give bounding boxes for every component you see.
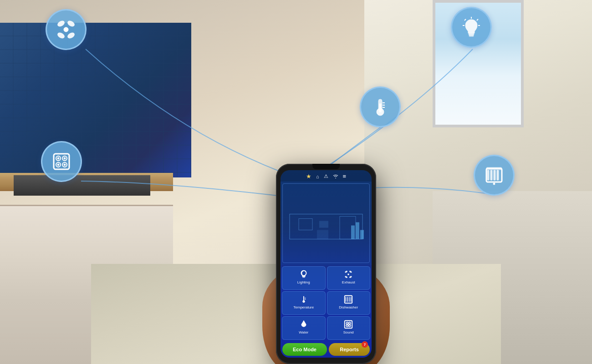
- home-icon: ⌂: [316, 174, 319, 179]
- svg-point-61: [347, 325, 347, 326]
- svg-rect-36: [319, 221, 328, 228]
- svg-point-43: [347, 273, 349, 275]
- svg-rect-5: [469, 33, 474, 35]
- svg-rect-19: [487, 170, 489, 180]
- svg-rect-54: [351, 297, 352, 302]
- svg-rect-6: [469, 35, 474, 36]
- phone-notch: [312, 164, 340, 169]
- svg-rect-52: [347, 297, 348, 302]
- float-light-icon: [451, 7, 492, 48]
- svg-rect-25: [54, 154, 69, 169]
- svg-rect-41: [360, 230, 364, 239]
- svg-rect-38: [317, 230, 328, 239]
- exhaust-button[interactable]: Exhaust: [327, 266, 371, 290]
- svg-rect-22: [497, 170, 499, 180]
- phone-topbar: ★ ⌂ ⚠ ≡: [281, 170, 372, 182]
- stove-top: [14, 175, 150, 196]
- svg-point-57: [347, 323, 347, 324]
- sound-label: Sound: [343, 330, 354, 334]
- wifi-icon: [333, 174, 338, 179]
- svg-point-1: [57, 20, 66, 28]
- float-stove-icon: [41, 141, 82, 182]
- svg-rect-53: [349, 297, 350, 302]
- svg-point-31: [57, 164, 59, 166]
- svg-rect-20: [490, 170, 492, 180]
- svg-point-2: [67, 20, 76, 28]
- lighting-button[interactable]: Lighting: [282, 266, 326, 290]
- reports-badge: 7: [362, 341, 368, 348]
- svg-rect-40: [356, 222, 359, 239]
- svg-rect-23: [486, 167, 502, 170]
- backsplash-tiles: [0, 23, 191, 177]
- svg-rect-35: [299, 219, 312, 230]
- lighting-label: Lighting: [297, 280, 310, 284]
- phone-screen: ★ ⌂ ⚠ ≡: [281, 170, 372, 358]
- phone: ★ ⌂ ⚠ ≡: [276, 164, 376, 364]
- sound-button[interactable]: Sound: [327, 316, 371, 340]
- svg-point-63: [349, 325, 350, 326]
- svg-point-3: [67, 32, 76, 40]
- dishwasher-label: Dishwasher: [339, 305, 358, 309]
- home-visual: [281, 182, 372, 265]
- exhaust-label: Exhaust: [342, 280, 355, 284]
- bottom-actions: Eco Mode Reports 7: [281, 341, 372, 358]
- svg-rect-14: [379, 104, 381, 112]
- svg-line-8: [477, 19, 478, 20]
- temperature-label: Temperature: [293, 305, 314, 309]
- svg-point-33: [64, 164, 66, 166]
- svg-point-45: [349, 270, 352, 273]
- svg-point-59: [349, 323, 350, 324]
- alert-icon: ⚠: [324, 173, 328, 179]
- svg-rect-39: [351, 226, 355, 239]
- svg-point-44: [345, 270, 348, 273]
- eco-mode-button[interactable]: Eco Mode: [282, 343, 327, 356]
- dishwasher-button[interactable]: Dishwasher: [327, 291, 371, 315]
- svg-point-47: [345, 276, 348, 278]
- svg-point-46: [349, 276, 352, 278]
- temperature-button[interactable]: Temperature: [282, 291, 326, 315]
- svg-rect-48: [305, 298, 306, 298]
- water-button[interactable]: Water: [282, 316, 326, 340]
- svg-point-27: [57, 157, 59, 159]
- svg-rect-55: [345, 321, 352, 329]
- float-fan-icon: [46, 9, 87, 50]
- svg-rect-21: [494, 170, 495, 180]
- svg-rect-42: [302, 277, 305, 278]
- svg-rect-49: [305, 299, 306, 299]
- svg-line-11: [464, 19, 466, 20]
- svg-point-4: [57, 32, 66, 40]
- svg-point-29: [64, 157, 66, 159]
- app-grid: Lighting Exhaust: [281, 265, 372, 341]
- phone-container: ★ ⌂ ⚠ ≡: [276, 164, 376, 364]
- float-thermometer-icon: [360, 86, 401, 127]
- water-label: Water: [299, 330, 308, 334]
- float-dishwasher-icon: [474, 155, 515, 196]
- svg-point-24: [493, 183, 495, 185]
- menu-icon: ≡: [343, 173, 347, 180]
- svg-point-0: [64, 27, 68, 32]
- star-icon: ★: [306, 173, 311, 180]
- svg-rect-51: [346, 297, 347, 302]
